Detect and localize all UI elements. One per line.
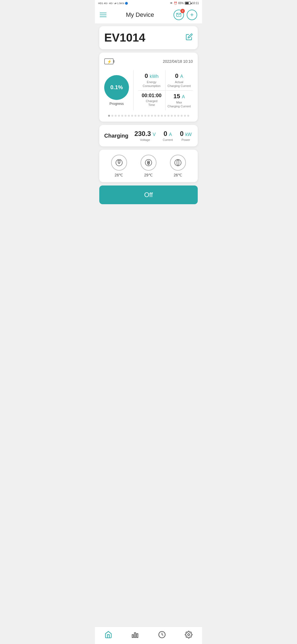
progress-label: Progress	[109, 102, 124, 106]
svg-text:⚡: ⚡	[107, 59, 112, 64]
pagination-dot	[138, 115, 140, 117]
mail-icon	[176, 13, 181, 17]
pagination-dot	[111, 115, 113, 117]
svg-rect-15	[177, 160, 179, 165]
plus-icon: +	[190, 11, 194, 18]
voltage-value: 230.3	[134, 130, 151, 137]
pagination-dot	[158, 115, 160, 117]
svg-rect-2	[113, 60, 114, 63]
charged-time-value: 00:01:00	[142, 93, 161, 98]
connector-icon	[141, 155, 156, 171]
battery-charging-icon: ⚡	[104, 58, 115, 65]
battery-icon	[185, 2, 191, 5]
energy-unit: kWh	[150, 74, 159, 79]
actual-current-label: Actual Charging Current	[166, 80, 193, 88]
current-unit: A	[169, 132, 172, 137]
eye-icon: 👁	[170, 2, 173, 5]
energy-stat: 0 kWh Energy Consumption	[138, 70, 166, 91]
mail-badge: 2	[180, 9, 185, 13]
charged-time-label: Charged Time	[138, 99, 165, 107]
pagination-dot	[177, 115, 179, 117]
pagination-dot	[164, 115, 166, 117]
max-current-value: 15	[173, 93, 180, 100]
current-metric: 0 A Current	[163, 130, 173, 141]
temp-value-2: 26℃	[174, 173, 183, 177]
pagination-dot	[181, 115, 183, 117]
energy-value: 0	[145, 72, 148, 79]
device-temp-icon	[170, 155, 186, 171]
status-right: 👁 ⏰ 65% 10:11	[170, 2, 199, 5]
pagination-dot	[121, 115, 123, 117]
temp-item-0: 26℃	[111, 155, 127, 177]
energy-label: Energy Consumption	[138, 80, 165, 88]
charged-time-stat: 00:01:00 Charged Time	[138, 91, 166, 111]
charging-label: Charging	[104, 133, 128, 139]
power-unit: kW	[185, 132, 192, 137]
alarm-icon: ⏰	[174, 2, 177, 5]
status-bar: HD1 4G↑ 4G↑ ⇌ 1.5K/s 🔵 👁 ⏰ 65% 10:11	[95, 0, 202, 6]
mail-button[interactable]: 2	[174, 10, 184, 20]
temp-value-0: 26℃	[115, 173, 123, 177]
pagination-dot	[115, 115, 117, 117]
pagination-dot	[167, 115, 169, 117]
pagination-dot	[184, 115, 186, 117]
actual-current-unit: A	[180, 74, 183, 79]
power-label: Power	[180, 138, 192, 141]
temperature-card: 26℃ 29℃	[99, 150, 198, 182]
pagination-dot	[108, 115, 110, 117]
header-title: My Device	[126, 11, 154, 18]
header-icons: 2 +	[174, 10, 197, 20]
pagination-dot	[118, 115, 120, 117]
pagination-dot	[174, 115, 176, 117]
add-button[interactable]: +	[187, 10, 197, 20]
pagination-dot	[154, 115, 156, 117]
pagination-dot	[144, 115, 146, 117]
edit-button[interactable]	[186, 33, 193, 42]
pagination-dot	[128, 115, 130, 117]
header: My Device 2 +	[95, 6, 202, 23]
charging-metrics: 230.3 V Voltage 0 A Current 0 kW Power	[133, 130, 193, 141]
progress-circle: 0.1%	[104, 75, 129, 100]
current-value: 0	[164, 130, 167, 137]
time-display: 10:11	[192, 2, 199, 5]
actual-current-stat: 0 A Actual Charging Current	[166, 70, 193, 91]
temp-item-1: 29℃	[141, 155, 156, 177]
voltage-unit: V	[153, 132, 156, 137]
power-metric: 0 kW Power	[180, 130, 192, 141]
network-info: HD1 4G↑ 4G↑ ⇌ 1.5K/s 🔵	[98, 2, 128, 5]
pagination-dot	[134, 115, 136, 117]
pagination-dot	[171, 115, 173, 117]
current-label: Current	[163, 138, 173, 141]
pagination-dot	[125, 115, 127, 117]
device-id: EV1014	[104, 31, 145, 44]
pagination-dot	[161, 115, 163, 117]
voltage-metric: 230.3 V Voltage	[134, 130, 156, 141]
temp-value-1: 29℃	[144, 173, 153, 177]
plug-icon	[111, 155, 127, 171]
svg-point-14	[175, 160, 181, 166]
charging-status-card: ⚡ 2022/04/18 10:10 0.1% Progress 0 kWh	[99, 53, 198, 122]
charging-status-header: ⚡ 2022/04/18 10:10	[104, 58, 193, 65]
temp-item-2: 26℃	[170, 155, 186, 177]
device-name-card: EV1014	[99, 26, 198, 49]
pagination-dot	[151, 115, 153, 117]
main-content: EV1014 ⚡ 2022/04/18 10:10 0.1% Progr	[95, 23, 202, 235]
charging-info-card: Charging 230.3 V Voltage 0 A Current 0	[99, 125, 198, 146]
pagination-dot	[141, 115, 143, 117]
progress-value: 0.1%	[110, 84, 123, 91]
stats-grid: 0 kWh Energy Consumption 0 A Actua	[133, 70, 193, 110]
pagination-dots	[104, 115, 193, 117]
max-current-unit: A	[182, 94, 185, 99]
charging-status-body: 0.1% Progress 0 kWh Energy Consumption	[104, 70, 193, 110]
off-button[interactable]: Off	[99, 185, 198, 204]
max-current-label: Max Charging Current	[166, 100, 193, 108]
status-left: HD1 4G↑ 4G↑ ⇌ 1.5K/s 🔵	[98, 2, 128, 5]
actual-current-value: 0	[175, 72, 178, 79]
pagination-dot	[187, 115, 189, 117]
menu-button[interactable]	[100, 13, 106, 17]
pagination-dot	[131, 115, 133, 117]
battery-percent: 65%	[178, 2, 184, 5]
pagination-dot	[148, 115, 150, 117]
max-current-stat: 15 A Max Charging Current	[166, 91, 193, 111]
power-value: 0	[180, 130, 183, 137]
